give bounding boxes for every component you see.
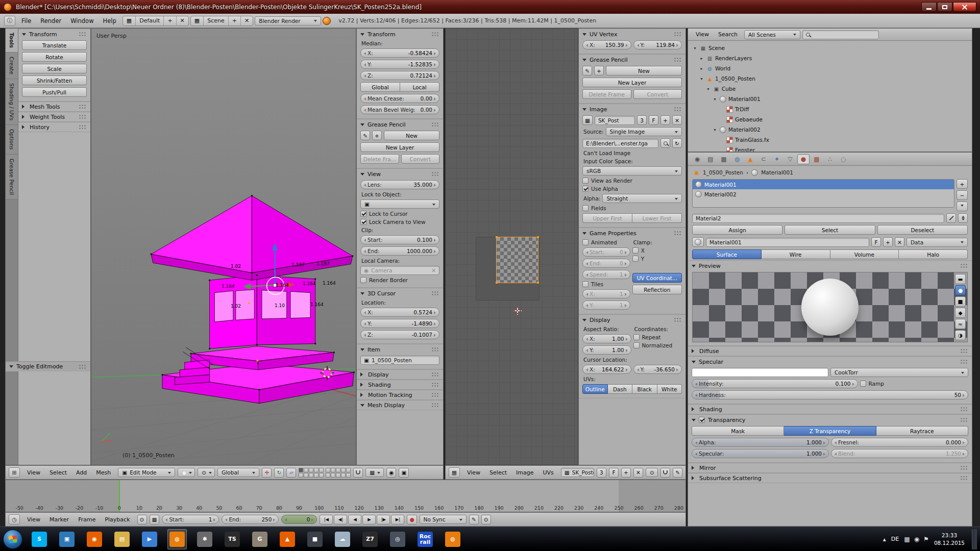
preview-type-button[interactable]: ≈	[955, 319, 966, 329]
repeat-checkbox[interactable]: Repeat	[633, 334, 682, 340]
new-image-button[interactable]: +	[660, 115, 670, 125]
tab-object-data[interactable]: ▽	[784, 154, 796, 164]
frame-end-field[interactable]: End:250	[222, 515, 279, 524]
panel-header-item[interactable]: Item	[357, 344, 443, 355]
frame-lock-button[interactable]: ▦	[150, 515, 160, 524]
median-z-field[interactable]: Z:0.72124	[360, 71, 439, 80]
cursor-z-field[interactable]: Z:-0.1007	[360, 330, 439, 339]
snap-toggle-button[interactable]	[660, 468, 670, 478]
panel-header-subsurface-scattering[interactable]: Subsurface Scattering	[688, 473, 972, 483]
layout-delete-button[interactable]: ✕	[176, 16, 188, 26]
fields-checkbox[interactable]: Fields	[582, 205, 682, 211]
manipulator-rotate-button[interactable]: ↻	[274, 468, 284, 478]
tool-shelf-tab[interactable]: Shading / UVs	[6, 79, 18, 125]
image-source-dropdown[interactable]: Single Image	[606, 127, 682, 136]
language-indicator[interactable]: DE	[891, 536, 899, 542]
clip-end-field[interactable]: End:1000.000	[360, 246, 439, 256]
scene-name[interactable]: Scene	[203, 16, 228, 26]
grease-new-button[interactable]: New	[384, 131, 439, 140]
timeline-ruler[interactable]: -50-40-30-20-100102030405060708090100110…	[5, 480, 686, 512]
add-slot-button[interactable]: +	[957, 179, 968, 189]
sync-mode-dropdown[interactable]: No Sync	[420, 515, 467, 524]
cursor-x-field[interactable]: X:0.5724	[360, 308, 439, 317]
tab-render-layers[interactable]: ▤	[704, 154, 717, 164]
local-camera-field[interactable]: ◉Camera✕	[360, 266, 439, 275]
panel-header-transform[interactable]: Transform	[357, 29, 443, 39]
pivot-dropdown[interactable]: ⊙	[646, 468, 658, 477]
outliner-row[interactable]: ▸ ◍ World	[690, 63, 970, 73]
lock-camera-checkbox[interactable]: Lock Camera to View	[360, 219, 439, 225]
lock-object-dropdown[interactable]: ▣	[360, 199, 439, 209]
tool-shelf-tab[interactable]: Options	[6, 125, 18, 155]
manipulator-scale-button[interactable]: ▱	[286, 468, 296, 478]
panel-header-uv-vertex[interactable]: UV Vertex	[579, 29, 685, 39]
menu-item[interactable]: Add	[71, 468, 91, 478]
tiles-y-field[interactable]: Y:1	[582, 300, 630, 310]
select-button[interactable]: Select	[785, 225, 875, 235]
delete-frame-button[interactable]: Delete Frame	[582, 89, 631, 99]
tool-button[interactable]: Translate	[22, 40, 87, 50]
reload-image-button[interactable]: ↻	[672, 138, 682, 148]
menu-item[interactable]: View	[22, 468, 45, 478]
specular-alpha-slider[interactable]: Specular:1.000	[692, 449, 829, 458]
taskbar-camera-app[interactable]: ◎	[388, 529, 407, 549]
menu-item[interactable]: Playback	[100, 515, 134, 524]
local-button[interactable]: Local	[400, 82, 439, 92]
mapping-reflection-button[interactable]: Reflection	[632, 285, 682, 294]
tray-icon[interactable]: ◉	[914, 536, 919, 543]
median-y-field[interactable]: Y:-1.52835	[360, 60, 439, 69]
uv-draw-mode-button[interactable]: Outline	[582, 384, 608, 394]
uv-editor-canvas[interactable]	[445, 28, 578, 465]
sort-button[interactable]	[958, 213, 968, 223]
layout-add-button[interactable]: +	[163, 16, 176, 26]
image-name-field[interactable]: SK_Post	[595, 116, 635, 125]
eyedropper-button[interactable]	[946, 213, 956, 223]
preview-type-button[interactable]: ■	[955, 296, 966, 307]
render-opengl-button[interactable]: ◉	[386, 468, 396, 478]
pivot-point-dropdown[interactable]: ⊙	[198, 468, 215, 477]
transform-orientation-dropdown[interactable]: Global	[217, 468, 259, 477]
layout-name[interactable]: Default	[135, 16, 163, 26]
tool-button[interactable]: Push/Pull	[22, 87, 87, 97]
collapsed-panel-header[interactable]: Motion Tracking	[357, 390, 443, 400]
unlink-material-button[interactable]: ✕	[895, 237, 904, 247]
taskbar-cloud-app[interactable]: ☁	[333, 529, 352, 549]
menu-item[interactable]: Render	[36, 16, 66, 26]
tiles-x-field[interactable]: X:1	[582, 289, 630, 298]
outliner-row[interactable]: ▾ Material001	[690, 94, 970, 104]
uv-draw-mode-button[interactable]: Black	[632, 384, 657, 394]
ramp-checkbox[interactable]: Ramp	[860, 381, 969, 387]
playback-button[interactable]: ▶	[362, 515, 376, 524]
tray-icon[interactable]: ▦	[904, 536, 910, 543]
assign-button[interactable]: Assign	[692, 225, 782, 235]
panel-header-shading[interactable]: Shading	[688, 404, 972, 414]
layers-widget[interactable]	[299, 468, 351, 478]
blend-slider[interactable]: Blend:1.250	[831, 449, 968, 458]
panel-header-mesh-display[interactable]: Mesh Display	[357, 400, 443, 410]
mode-dropdown[interactable]: ▣Edit Mode	[118, 468, 175, 477]
clamp-x-checkbox[interactable]: X	[632, 247, 682, 254]
tiles-checkbox[interactable]: Tiles	[582, 281, 630, 287]
screen-layout-selector[interactable]: ▦ Default + ✕	[122, 16, 189, 26]
close-button[interactable]	[953, 2, 976, 12]
new-layer-button[interactable]: New Layer	[360, 142, 439, 152]
slot-specials-button[interactable]	[957, 202, 968, 211]
outliner-row[interactable]: TrDiff	[690, 104, 970, 114]
menu-item[interactable]: View	[691, 30, 714, 39]
collapsed-panel-header[interactable]: Mesh Tools	[18, 102, 90, 112]
grease-draw-button[interactable]: ✎	[360, 131, 370, 140]
expander-icon[interactable]: ▾	[699, 77, 704, 81]
taskbar-train-simulator[interactable]: TS	[223, 529, 242, 549]
taskbar-rocrail[interactable]: Roc rail	[415, 529, 435, 549]
expander-icon[interactable]: ▾	[705, 87, 711, 91]
render-opengl-anim-button[interactable]: ▣	[399, 468, 409, 478]
animated-checkbox[interactable]: Animated	[582, 239, 630, 245]
clear-icon[interactable]: ✕	[431, 267, 436, 273]
playback-button[interactable]: ▶|	[391, 515, 404, 524]
convert-button[interactable]: Convert	[633, 89, 682, 99]
expander-icon[interactable]: ▾	[712, 128, 718, 132]
tool-shelf-tab[interactable]: Tools	[6, 29, 18, 53]
render-border-checkbox[interactable]: Render Border	[360, 277, 439, 283]
uv-vertex-x-field[interactable]: X:150.39	[582, 40, 631, 49]
playback-button[interactable]: ◀|	[334, 515, 347, 524]
